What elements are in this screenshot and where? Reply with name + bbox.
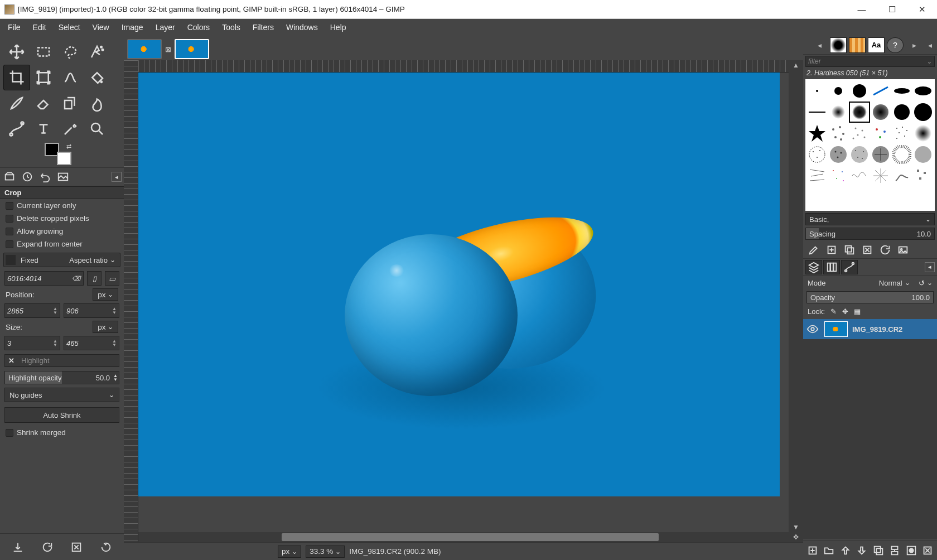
opt-shrink-merged[interactable]: Shrink merged <box>0 426 124 439</box>
brush-grid[interactable] <box>805 79 935 211</box>
tool-warp[interactable] <box>57 65 84 90</box>
brush-open-as-image-icon[interactable] <box>896 243 910 257</box>
scrollbar-vertical[interactable] <box>789 70 803 522</box>
opt-auto-shrink-button[interactable]: Auto Shrink <box>4 407 119 423</box>
tool-free-select[interactable] <box>57 39 84 65</box>
scrollbar-horizontal[interactable] <box>138 532 789 542</box>
brush-edit-icon[interactable] <box>806 243 821 257</box>
menu-file[interactable]: File <box>2 21 26 34</box>
tab-help-icon[interactable]: ? <box>887 37 904 53</box>
brush-refresh-icon[interactable] <box>878 243 892 257</box>
tab-fonts-icon[interactable]: Aa <box>868 37 885 53</box>
opt-fixed[interactable]: Fixed Aspect ratio⌄ <box>3 253 120 267</box>
dock-nav-left-icon[interactable]: ◂ <box>811 37 828 53</box>
nav-preview-icon[interactable]: ✥ <box>789 532 803 542</box>
menu-colors[interactable]: Colors <box>182 21 215 34</box>
size-w-input[interactable]: 3▲▼ <box>4 336 60 350</box>
tab-menu-icon[interactable]: ◂ <box>112 172 122 182</box>
opt-highlight-opacity[interactable]: Highlight opacity 50.0 ▲▼ <box>4 371 119 384</box>
tool-move[interactable] <box>3 39 30 65</box>
dock-menu-icon[interactable]: ◂ <box>925 37 935 53</box>
opt-ratio-input[interactable]: 6016:4014⌫ <box>4 271 84 286</box>
layer-merge-icon[interactable] <box>888 543 902 558</box>
save-options-icon[interactable] <box>9 538 27 556</box>
tab-paths-icon[interactable] <box>841 260 858 274</box>
menu-help[interactable]: Help <box>325 21 352 34</box>
layer-new-icon[interactable] <box>805 543 820 558</box>
image-tab-1[interactable] <box>127 39 162 59</box>
opt-allow-growing[interactable]: Allow growing <box>0 225 124 238</box>
position-x-input[interactable]: 2865▲▼ <box>4 303 60 318</box>
image-tab-1-close-icon[interactable]: ⊠ <box>165 45 171 54</box>
brush-duplicate-icon[interactable] <box>842 243 857 257</box>
tab-channels-icon[interactable] <box>823 260 840 274</box>
layer-mode-dropdown[interactable]: Normal⌄ ↺⌄ <box>879 279 933 287</box>
layer-thumbnail[interactable] <box>824 321 848 337</box>
layer-row[interactable]: IMG_9819.CR2 <box>803 319 937 339</box>
reset-options-icon[interactable] <box>97 538 115 556</box>
menu-tools[interactable]: Tools <box>216 21 246 34</box>
menu-windows[interactable]: Windows <box>281 21 323 34</box>
tool-eraser[interactable] <box>30 90 57 116</box>
menu-layer[interactable]: Layer <box>150 21 181 34</box>
size-unit-dropdown[interactable]: px⌄ <box>93 321 118 333</box>
layer-delete-icon[interactable] <box>921 543 935 558</box>
tool-rect-select[interactable] <box>30 39 57 65</box>
brush-preset-dropdown[interactable]: Basic,⌄ <box>805 213 935 225</box>
scroll-down-icon[interactable]: ▼ <box>789 522 803 532</box>
lock-position-icon[interactable]: ✥ <box>842 307 848 316</box>
dock-nav-right-icon[interactable]: ▸ <box>906 37 922 53</box>
tool-paths[interactable] <box>3 116 30 142</box>
image-tab-2[interactable] <box>175 39 209 59</box>
position-unit-dropdown[interactable]: px⌄ <box>93 288 118 301</box>
layer-visibility-icon[interactable] <box>805 323 820 335</box>
lock-pixels-icon[interactable]: ✎ <box>830 307 837 316</box>
canvas-viewport[interactable] <box>138 73 789 532</box>
window-maximize-button[interactable]: ☐ <box>877 0 907 18</box>
tab-undo-history-icon[interactable] <box>38 170 52 184</box>
ruler-vertical[interactable] <box>124 60 138 542</box>
brush-delete-icon[interactable] <box>860 243 875 257</box>
layer-mask-icon[interactable] <box>904 543 919 558</box>
ruler-horizontal[interactable] <box>138 60 789 73</box>
tab-device-status-icon[interactable] <box>20 170 35 184</box>
layer-duplicate-icon[interactable] <box>871 543 886 558</box>
background-color[interactable] <box>57 152 71 165</box>
size-h-input[interactable]: 465▲▼ <box>64 336 119 350</box>
tool-clone[interactable] <box>57 90 84 116</box>
lock-alpha-icon[interactable]: ▦ <box>854 307 861 316</box>
delete-options-icon[interactable] <box>67 538 85 556</box>
status-zoom-dropdown[interactable]: 33.3 %⌄ <box>306 545 345 558</box>
opt-orient-portrait[interactable]: ▯ <box>87 271 102 286</box>
brush-filter-input[interactable]: filter⌄ <box>805 56 935 67</box>
menu-edit[interactable]: Edit <box>27 21 52 34</box>
restore-options-icon[interactable] <box>38 538 56 556</box>
brush-spacing-slider[interactable]: Spacing10.0 <box>805 228 935 240</box>
tool-unified-transform[interactable] <box>30 65 57 90</box>
opt-expand-from-center[interactable]: Expand from center <box>0 238 124 250</box>
scroll-up-icon[interactable]: ▲ <box>789 60 803 70</box>
tool-crop[interactable] <box>3 65 30 90</box>
mode-switch-icon[interactable]: ↺ <box>919 279 925 287</box>
menu-image[interactable]: Image <box>116 21 149 34</box>
tab-layers-icon[interactable] <box>805 260 822 274</box>
layers-dock-menu-icon[interactable]: ◂ <box>925 262 935 272</box>
layer-down-icon[interactable] <box>855 543 870 558</box>
status-unit-dropdown[interactable]: px⌄ <box>278 545 301 558</box>
menu-filters[interactable]: Filters <box>247 21 279 34</box>
window-close-button[interactable]: ✕ <box>907 0 937 18</box>
menu-select[interactable]: Select <box>53 21 86 34</box>
tool-fuzzy-select[interactable] <box>84 39 110 65</box>
opt-fixed-mode-dropdown[interactable]: Aspect ratio⌄ <box>65 254 120 267</box>
tool-bucket-fill[interactable] <box>84 65 110 90</box>
layers-list[interactable]: IMG_9819.CR2 <box>803 319 937 539</box>
opt-orient-landscape[interactable]: ▭ <box>105 271 119 286</box>
canvas-image[interactable] <box>138 73 780 496</box>
position-y-input[interactable]: 906▲▼ <box>64 303 119 318</box>
swap-colors-icon[interactable]: ⇄ <box>66 143 71 150</box>
opt-highlight-toggle[interactable]: ✕Highlight <box>4 354 119 367</box>
tool-zoom[interactable] <box>84 116 110 142</box>
tab-images-icon[interactable] <box>56 170 70 184</box>
brush-new-icon[interactable] <box>824 243 839 257</box>
tool-smudge[interactable] <box>84 90 110 116</box>
